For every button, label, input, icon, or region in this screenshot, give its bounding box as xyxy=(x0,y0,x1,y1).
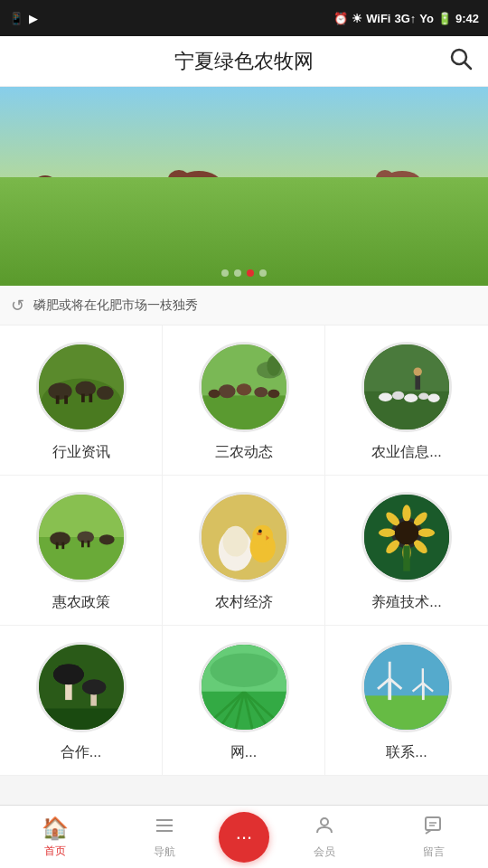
svg-point-61 xyxy=(252,525,273,546)
carrier-label: Yo xyxy=(419,12,434,25)
svg-point-51 xyxy=(77,531,94,542)
svg-rect-54 xyxy=(61,542,64,550)
svg-rect-27 xyxy=(64,395,68,403)
svg-point-42 xyxy=(414,367,422,375)
category-image-7 xyxy=(36,642,127,732)
app-title: 宁夏绿色农牧网 xyxy=(174,48,314,75)
status-right: ⏰ ☀ WiFi 3G↑ Yo 🔋 9:42 xyxy=(333,12,479,25)
category-item-5[interactable]: 农村经济 xyxy=(163,476,325,626)
svg-rect-31 xyxy=(202,395,286,429)
search-icon[interactable] xyxy=(448,46,474,77)
category-image-2 xyxy=(199,342,289,432)
svg-point-59 xyxy=(222,526,248,557)
status-bar: 📱 ▶ ⏰ ☀ WiFi 3G↑ Yo 🔋 9:42 xyxy=(0,0,488,36)
nav-item-nav[interactable]: 导航 xyxy=(109,815,219,860)
svg-point-38 xyxy=(267,355,280,376)
svg-rect-53 xyxy=(55,542,58,550)
alarm-icon: ⏰ xyxy=(333,12,348,25)
category-item-4[interactable]: 惠农政策 xyxy=(0,476,163,626)
nav-item-message[interactable]: 留言 xyxy=(379,815,488,860)
svg-line-1 xyxy=(465,62,471,69)
category-item-3[interactable]: 农业信息... xyxy=(325,326,488,476)
category-item-6[interactable]: 养殖技术... xyxy=(325,476,488,626)
sun-icon: ☀ xyxy=(352,12,362,25)
bottom-nav: 🏠 首页 导航 ··· 会员 留言 xyxy=(0,805,488,868)
svg-rect-85 xyxy=(39,709,124,731)
category-label-8: 网... xyxy=(230,743,257,762)
dot-4[interactable] xyxy=(259,269,267,277)
svg-point-43 xyxy=(379,393,392,401)
svg-point-109 xyxy=(321,818,328,826)
status-left: 📱 ▶ xyxy=(9,12,38,25)
svg-point-45 xyxy=(404,394,418,402)
category-image-1 xyxy=(36,342,127,432)
svg-point-46 xyxy=(418,393,428,401)
nav-label-home: 首页 xyxy=(44,844,66,859)
play-icon: ▶ xyxy=(29,12,38,25)
svg-point-95 xyxy=(210,653,277,687)
member-icon xyxy=(314,815,335,842)
svg-point-25 xyxy=(96,386,113,400)
wifi-icon: WiFi xyxy=(366,12,390,25)
category-item-1[interactable]: 行业资讯 xyxy=(0,326,163,476)
svg-point-33 xyxy=(236,383,251,395)
svg-point-24 xyxy=(75,381,96,396)
category-label-7: 合作... xyxy=(61,743,101,762)
phone-icon: 📱 xyxy=(9,12,23,25)
category-item-9[interactable]: 联系... xyxy=(325,626,488,776)
svg-rect-41 xyxy=(415,374,420,390)
nav-label-message: 留言 xyxy=(423,844,445,860)
category-grid: 行业资讯 三农动态 xyxy=(0,326,488,776)
svg-rect-97 xyxy=(364,695,449,730)
svg-rect-26 xyxy=(55,395,59,403)
home-icon: 🏠 xyxy=(42,816,69,841)
nav-item-home[interactable]: 🏠 首页 xyxy=(0,816,109,859)
category-item-8[interactable]: 网... xyxy=(163,626,325,776)
category-label-9: 联系... xyxy=(386,743,427,762)
category-image-5 xyxy=(199,492,289,582)
svg-point-70 xyxy=(418,529,435,537)
category-image-9 xyxy=(361,642,452,732)
edit-icon xyxy=(423,815,445,842)
svg-point-44 xyxy=(392,392,404,400)
banner xyxy=(0,87,488,286)
dot-1[interactable] xyxy=(221,269,229,277)
dot-3[interactable] xyxy=(247,269,254,277)
news-ticker: ↺ 磷肥或将在化肥市场一枝独秀 xyxy=(0,286,488,326)
nav-item-member[interactable]: 会员 xyxy=(269,815,379,860)
category-image-3 xyxy=(361,342,452,432)
battery-icon: 🔋 xyxy=(437,12,452,25)
svg-point-32 xyxy=(218,384,235,398)
svg-rect-55 xyxy=(81,541,84,548)
svg-rect-98 xyxy=(388,679,391,701)
svg-point-35 xyxy=(208,390,220,398)
svg-point-74 xyxy=(379,529,396,537)
svg-point-34 xyxy=(254,387,267,397)
category-label-6: 养殖技术... xyxy=(371,593,441,612)
banner-dots xyxy=(221,269,267,277)
category-label-1: 行业资讯 xyxy=(52,443,110,462)
category-label-5: 农村经济 xyxy=(215,593,273,612)
svg-rect-29 xyxy=(89,394,92,402)
svg-rect-28 xyxy=(81,394,85,402)
time-label: 9:42 xyxy=(455,12,479,25)
svg-rect-102 xyxy=(422,683,425,700)
category-label-2: 三农动态 xyxy=(215,443,273,462)
banner-image xyxy=(0,87,488,286)
category-item-7[interactable]: 合作... xyxy=(0,626,163,776)
category-item-2[interactable]: 三农动态 xyxy=(163,326,325,476)
svg-point-84 xyxy=(81,680,105,695)
svg-point-50 xyxy=(50,532,70,545)
category-label-4: 惠农政策 xyxy=(52,593,110,612)
nav-label-nav: 导航 xyxy=(154,844,175,860)
ticker-refresh-icon: ↺ xyxy=(11,296,24,316)
svg-point-23 xyxy=(48,382,71,400)
menu-icon xyxy=(154,815,175,842)
nav-center-button[interactable]: ··· xyxy=(219,812,269,863)
app-header: 宁夏绿色农牧网 xyxy=(0,36,488,87)
signal-icon: 3G↑ xyxy=(394,12,416,25)
svg-point-76 xyxy=(395,521,418,544)
dot-2[interactable] xyxy=(234,269,241,277)
category-image-6 xyxy=(361,492,452,582)
svg-point-36 xyxy=(267,390,279,398)
